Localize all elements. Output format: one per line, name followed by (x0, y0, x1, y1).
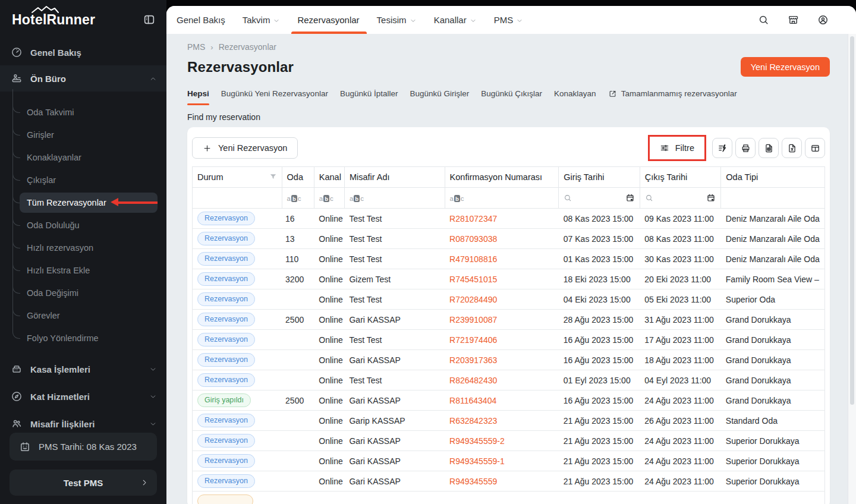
sidebar-subitem-oda-degisimi[interactable]: Oda Değişimi (0, 282, 166, 304)
cell-konfirmasyon[interactable]: R949345559-1 (445, 451, 559, 471)
filter-cell-konfirmasyon-numarasi[interactable]: abc (445, 188, 559, 209)
new-reservation-button[interactable]: Yeni Rezervasyon (741, 57, 830, 77)
topnav-pms[interactable]: PMS (494, 6, 524, 34)
tab-bugunku-iptaller[interactable]: Bugünkü İptaller (340, 89, 398, 99)
topnav-tesisim[interactable]: Tesisim (377, 6, 417, 34)
cell-konfirmasyon[interactable]: R949345559 (445, 471, 559, 492)
sidebar-subitem-hizli-rezervasyon[interactable]: Hızlı rezervasyon (0, 237, 166, 259)
sidebar-subitem-hizli-ekstra-ekle[interactable]: Hızlı Ekstra Ekle (0, 259, 166, 282)
scrollbar-thumb[interactable] (850, 36, 854, 405)
table-row[interactable]: RezervasyonOnlineGari KASSAPR949345559-2… (193, 431, 825, 451)
vertical-scrollbar[interactable] (848, 34, 856, 504)
search-icon (564, 194, 572, 202)
cell-oda: 3200 (282, 269, 314, 289)
table-row[interactable]: RezervasyonOnlineGari KASSAPR94934555921… (193, 471, 825, 492)
export-excel-button[interactable] (759, 138, 779, 158)
cell-konfirmasyon[interactable]: R479108816 (445, 249, 559, 269)
account-icon[interactable] (817, 14, 829, 26)
sidebar-item-kat-hizmetleri[interactable]: Kat Hizmetleri (0, 383, 166, 410)
sidebar-subitem-tum-rezervasyonlar[interactable]: Tüm Rezervasyonlar (0, 191, 166, 214)
column-header-konfirmasyon-numarasi[interactable]: Konfirmasyon Numarası (445, 167, 559, 188)
cell-konfirmasyon[interactable]: R721974406 (445, 330, 559, 350)
calendar-icon[interactable] (625, 193, 635, 203)
column-header-kanal[interactable]: Kanal (314, 167, 344, 188)
table-row[interactable]: RezervasyonOnlineTest TestR82648243001 E… (193, 370, 825, 390)
table-row[interactable]: RezervasyonOnlineGari KASSAPR949345559-1… (193, 451, 825, 471)
cell-konfirmasyon[interactable]: R826482430 (445, 370, 559, 390)
sidebar-item-kasa-islemleri[interactable]: Kasa İşlemleri (0, 355, 166, 383)
cell-konfirmasyon[interactable]: R720284490 (445, 289, 559, 310)
table-row[interactable]: RezervasyonOnlineGarip KASSAPR6328423232… (193, 411, 825, 431)
table-row[interactable]: Rezervasyon3200OnlineGizem TestR74545101… (193, 269, 825, 289)
sidebar-subitem-oda-dolulugu[interactable]: Oda Doluluğu (0, 214, 166, 237)
filter-cell-misafir-adi[interactable]: abc (344, 188, 445, 209)
topnav-rezervasyonlar[interactable]: Rezervasyonlar (297, 6, 359, 34)
sidebar-subitem-gorevler[interactable]: Görevler (0, 304, 166, 327)
column-label: Konfirmasyon Numarası (450, 172, 543, 182)
table-row[interactable]: RezervasyonOnlineGari KASSAPR20391736316… (193, 350, 825, 370)
pms-date-card[interactable]: PMS Tarihi: 08 Kas 2023 (10, 433, 157, 461)
hotelrunner-logo[interactable]: HotelRunner (12, 12, 95, 28)
cell-kanal: Online (314, 451, 344, 471)
cell-konfirmasyon[interactable]: R632842323 (445, 411, 559, 431)
sidebar-collapse-icon[interactable] (143, 13, 156, 26)
table-columns-button[interactable] (805, 138, 825, 158)
tab-tamamlanmamis-rezervasyonlar[interactable]: Tamamlanmamış rezervasyonlar (608, 89, 737, 99)
sidebar-item-on-buro[interactable]: Ön Büro (0, 65, 166, 92)
tab-bugunku-cikislar[interactable]: Bugünkü Çıkışlar (481, 89, 542, 99)
calendar-icon[interactable] (706, 193, 716, 203)
table-row[interactable]: Rezervasyon16OnlineTest TestR28107234708… (193, 209, 825, 229)
breadcrumb-pms[interactable]: PMS (187, 42, 205, 52)
property-switcher-button[interactable]: Test PMS (10, 470, 157, 496)
property-name: Test PMS (64, 478, 103, 488)
reservations-table: DurumOdaKanalMisafir AdıKonfirmasyon Num… (192, 166, 825, 504)
table-row-partial[interactable] (193, 492, 825, 504)
cell-konfirmasyon[interactable]: R745451015 (445, 269, 559, 289)
filter-cell-giris-tarihi[interactable] (559, 188, 640, 209)
cell-konfirmasyon[interactable]: R239910087 (445, 310, 559, 330)
marketplace-icon[interactable] (788, 14, 799, 26)
status-badge: Giriş yapıldı (197, 393, 251, 407)
tab-konaklayan[interactable]: Konaklayan (554, 89, 596, 99)
filter-button[interactable]: Filtre (650, 137, 704, 159)
sidebar-subitem-girisler[interactable]: Girişler (0, 124, 166, 146)
column-header-giris-tarihi[interactable]: Giriş Tarihi (559, 167, 640, 188)
cell-konfirmasyon[interactable]: R949345559-2 (445, 431, 559, 451)
table-row[interactable]: RezervasyonOnlineTest TestR72197440616 A… (193, 330, 825, 350)
column-header-cikis-tarihi[interactable]: Çıkış Tarihi (640, 167, 721, 188)
cell-konfirmasyon[interactable]: R281072347 (445, 209, 559, 229)
table-row[interactable]: Rezervasyon2500OnlineGari KASSAPR2399100… (193, 310, 825, 330)
column-header-misafir-adi[interactable]: Misafir Adı (344, 167, 445, 188)
table-row[interactable]: RezervasyonOnlineTest TestR72028449004 E… (193, 289, 825, 310)
column-header-oda[interactable]: Oda (282, 167, 314, 188)
sidebar-subitem-cikislar[interactable]: Çıkışlar (0, 169, 166, 191)
topnav-genel-bakis[interactable]: Genel Bakış (177, 6, 225, 34)
quick-filter-button[interactable] (712, 138, 732, 158)
tab-hepsi[interactable]: Hepsi (187, 89, 209, 99)
topnav-takvim[interactable]: Takvim (243, 6, 281, 34)
cell-konfirmasyon[interactable]: R811643404 (445, 390, 559, 411)
print-button[interactable] (735, 138, 756, 158)
table-header-row: DurumOdaKanalMisafir AdıKonfirmasyon Num… (193, 167, 825, 188)
tab-bugunku-yeni-rezervasyonlar[interactable]: Bugünkü Yeni Rezervasyonlar (221, 89, 328, 99)
find-my-reservation-link[interactable]: Find my reservation (187, 112, 260, 122)
filter-cell-kanal[interactable]: abc (314, 188, 344, 209)
sidebar-subitem-konaklayanlar[interactable]: Konaklayanlar (0, 146, 166, 169)
column-header-durum[interactable]: Durum (193, 167, 282, 188)
topnav-kanallar[interactable]: Kanallar (434, 6, 477, 34)
search-icon[interactable] (758, 14, 769, 26)
table-row[interactable]: Rezervasyon13OnlineTest TestR08709303807… (193, 229, 825, 249)
tab-bugunku-girisler[interactable]: Bugünkü Girişler (410, 89, 469, 99)
table-row[interactable]: Giriş yapıldı2500OnlineGari KASSAPR81164… (193, 390, 825, 411)
new-reservation-table-button[interactable]: Yeni Rezervasyon (192, 137, 298, 159)
column-header-oda-tipi[interactable]: Oda Tipi (721, 167, 825, 188)
cell-konfirmasyon[interactable]: R087093038 (445, 229, 559, 249)
export-file-button[interactable] (782, 138, 802, 158)
filter-cell-cikis-tarihi[interactable] (640, 188, 721, 209)
sidebar-subitem-oda-takvimi[interactable]: Oda Takvimi (0, 101, 166, 124)
sidebar-item-genel-bakis[interactable]: Genel Bakış (0, 39, 166, 65)
sidebar-subitem-folyo-yonlendirme[interactable]: Folyo Yönlendirme (0, 327, 166, 349)
filter-cell-oda[interactable]: abc (282, 188, 314, 209)
cell-konfirmasyon[interactable]: R203917363 (445, 350, 559, 370)
table-row[interactable]: Rezervasyon110OnlineTest TestR4791088160… (193, 249, 825, 269)
